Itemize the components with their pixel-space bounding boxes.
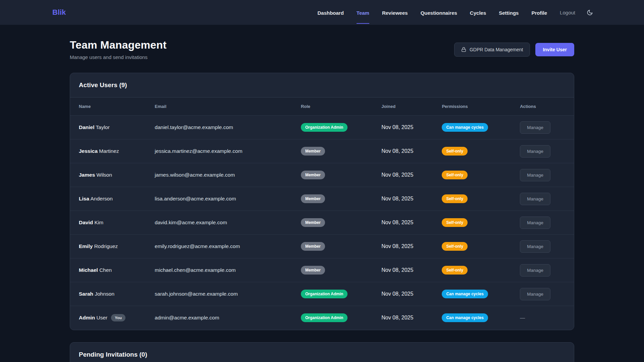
joined-date: Nov 08, 2025 xyxy=(377,116,438,139)
user-last-name: Anderson xyxy=(90,196,112,201)
user-email: admin@acme.example.com xyxy=(151,306,297,330)
user-last-name: Martinez xyxy=(99,148,119,154)
pending-invitations-title: Pending Invitations (0) xyxy=(79,351,565,358)
user-email: daniel.taylor@acme.example.com xyxy=(151,116,297,139)
user-permission-cell: Self-only xyxy=(438,139,516,163)
user-actions-cell: Manage xyxy=(516,116,574,139)
permission-badge: Self-only xyxy=(442,194,468,203)
joined-date: Nov 08, 2025 xyxy=(377,211,438,235)
manage-button[interactable]: Manage xyxy=(520,240,550,253)
user-permission-cell: Self-only xyxy=(438,187,516,211)
manage-button[interactable]: Manage xyxy=(520,169,550,181)
invite-user-button[interactable]: Invite User xyxy=(535,43,574,56)
logout-button[interactable]: Logout xyxy=(560,10,575,15)
permission-badge: Can manage cycles xyxy=(442,313,488,322)
column-header-joined: Joined xyxy=(377,98,438,116)
gdpr-data-management-button[interactable]: GDPR Data Management xyxy=(454,43,530,57)
user-actions-cell: Manage xyxy=(516,163,574,187)
joined-date: Nov 08, 2025 xyxy=(377,258,438,282)
table-row: Emily Rodriguezemily.rodriguez@acme.exam… xyxy=(70,235,574,258)
table-row: Jessica Martinezjessica.martinez@acme.ex… xyxy=(70,139,574,163)
nav-item-team[interactable]: Team xyxy=(357,1,369,24)
permission-badge: Can manage cycles xyxy=(442,123,488,132)
user-name-cell: Admin UserYou xyxy=(70,306,151,330)
user-email: sarah.johnson@acme.example.com xyxy=(151,282,297,306)
manage-button[interactable]: Manage xyxy=(520,264,550,277)
user-last-name: Rodriguez xyxy=(94,243,118,249)
user-actions-cell: Manage xyxy=(516,282,574,306)
nav-item-cycles[interactable]: Cycles xyxy=(470,1,486,24)
theme-toggle-button[interactable] xyxy=(587,9,593,16)
joined-date: Nov 08, 2025 xyxy=(377,306,438,330)
permission-badge: Can manage cycles xyxy=(442,290,488,298)
manage-button[interactable]: Manage xyxy=(520,217,550,229)
user-email: michael.chen@acme.example.com xyxy=(151,258,297,282)
nav-item-profile[interactable]: Profile xyxy=(531,1,547,24)
manage-button[interactable]: Manage xyxy=(520,145,550,158)
user-email: jessica.martinez@acme.example.com xyxy=(151,139,297,163)
user-name-cell: David Kim xyxy=(70,211,151,235)
page-title-block: Team Management Manage users and send in… xyxy=(70,39,167,60)
role-badge: Organization Admin xyxy=(301,123,348,132)
active-users-card-header: Active Users (9) xyxy=(70,73,574,98)
nav-item-questionnaires[interactable]: Questionnaires xyxy=(421,1,457,24)
user-last-name: Kim xyxy=(95,220,104,225)
user-permission-cell: Can manage cycles xyxy=(438,306,516,330)
column-header-role: Role xyxy=(297,98,377,116)
nav-item-reviewees[interactable]: Reviewees xyxy=(382,1,408,24)
user-actions-cell: Manage xyxy=(516,258,574,282)
user-first-name: Sarah xyxy=(79,291,93,297)
permission-badge: Self-only xyxy=(442,218,468,227)
manage-button[interactable]: Manage xyxy=(520,288,550,300)
role-badge: Organization Admin xyxy=(301,313,348,322)
column-header-permissions: Permissions xyxy=(438,98,516,116)
user-first-name: Lisa xyxy=(79,196,89,201)
table-row: Daniel Taylordaniel.taylor@acme.example.… xyxy=(70,116,574,139)
user-first-name: James xyxy=(79,172,95,178)
user-name-cell: Jessica Martinez xyxy=(70,139,151,163)
header-actions: GDPR Data Management Invite User xyxy=(454,43,574,57)
user-permission-cell: Can manage cycles xyxy=(438,282,516,306)
table-header-row: NameEmailRoleJoinedPermissionsActions xyxy=(70,98,574,116)
app-logo[interactable]: Blik xyxy=(52,8,66,17)
table-row: Sarah Johnsonsarah.johnson@acme.example.… xyxy=(70,282,574,306)
user-first-name: Michael xyxy=(79,267,98,273)
you-badge: You xyxy=(111,314,125,321)
user-role-cell: Member xyxy=(297,187,377,211)
table-row: Lisa Andersonlisa.anderson@acme.example.… xyxy=(70,187,574,211)
user-last-name: Wilson xyxy=(97,172,112,178)
joined-date: Nov 08, 2025 xyxy=(377,235,438,258)
user-role-cell: Member xyxy=(297,139,377,163)
role-badge: Member xyxy=(301,218,325,227)
main-content: Team Management Manage users and send in… xyxy=(70,25,574,362)
user-first-name: Daniel xyxy=(79,124,95,130)
user-last-name: Chen xyxy=(99,267,112,273)
user-name-cell: Lisa Anderson xyxy=(70,187,151,211)
user-permission-cell: Self-only xyxy=(438,211,516,235)
role-badge: Organization Admin xyxy=(301,290,348,298)
user-last-name: Taylor xyxy=(96,124,110,130)
pending-invitations-card: Pending Invitations (0) xyxy=(70,342,574,362)
permission-badge: Self-only xyxy=(442,147,468,156)
role-badge: Member xyxy=(301,194,325,203)
permission-badge: Self-only xyxy=(442,171,468,179)
user-actions-cell: Manage xyxy=(516,211,574,235)
user-first-name: David xyxy=(79,220,93,225)
joined-date: Nov 08, 2025 xyxy=(377,282,438,306)
table-head: NameEmailRoleJoinedPermissionsActions xyxy=(70,98,574,116)
manage-button[interactable]: Manage xyxy=(520,121,550,134)
nav-item-settings[interactable]: Settings xyxy=(499,1,519,24)
pending-invitations-card-header: Pending Invitations (0) xyxy=(70,343,574,362)
joined-date: Nov 08, 2025 xyxy=(377,139,438,163)
gdpr-button-label: GDPR Data Management xyxy=(470,47,523,52)
role-badge: Member xyxy=(301,266,325,275)
user-actions-cell: Manage xyxy=(516,139,574,163)
user-actions-cell: Manage xyxy=(516,187,574,211)
no-action-dash: — xyxy=(520,315,525,320)
user-role-cell: Organization Admin xyxy=(297,116,377,139)
manage-button[interactable]: Manage xyxy=(520,193,550,205)
user-actions-cell: Manage xyxy=(516,235,574,258)
user-permission-cell: Can manage cycles xyxy=(438,116,516,139)
nav-item-dashboard[interactable]: Dashboard xyxy=(317,1,343,24)
column-header-name: Name xyxy=(70,98,151,116)
